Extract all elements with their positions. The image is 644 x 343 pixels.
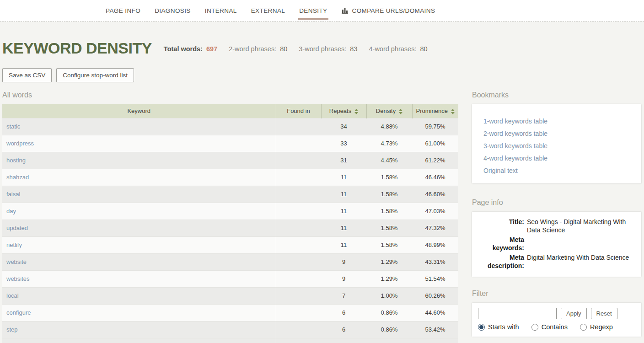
- stat-item: 3-word phrases: 83: [299, 45, 357, 53]
- keyword-link[interactable]: websites: [6, 275, 30, 282]
- keyword-link[interactable]: hosting: [6, 157, 26, 164]
- reset-button[interactable]: Reset: [591, 308, 617, 319]
- apply-button[interactable]: Apply: [561, 308, 587, 319]
- prominence-cell: 51.54%: [412, 270, 458, 287]
- found-in-cell: [276, 253, 321, 270]
- radio-label: Contains: [542, 323, 568, 331]
- save-as-csv-button[interactable]: Save as CSV: [2, 68, 52, 82]
- word-stats: Total words: 697 2-word phrases: 80 3-wo…: [164, 45, 428, 53]
- keyword-link[interactable]: shahzad: [6, 174, 29, 181]
- found-in-cell: [276, 220, 321, 236]
- keyword-density-table: Keyword Found in Repeats Density Promine…: [2, 104, 458, 338]
- density-cell: 1.58%: [366, 220, 412, 236]
- column-header-repeats[interactable]: Repeats: [321, 104, 366, 118]
- tab-external[interactable]: EXTERNAL: [251, 5, 285, 16]
- radio-icon[interactable]: [478, 324, 485, 331]
- page-title: KEYWORD DENSITY: [2, 39, 152, 57]
- keyword-link[interactable]: step: [6, 326, 18, 333]
- column-header-density[interactable]: Density: [366, 104, 412, 118]
- repeats-cell: 7: [321, 287, 366, 304]
- density-cell: 0.86%: [366, 321, 412, 338]
- table-row: shahzad 11 1.58% 46.46%: [2, 169, 458, 186]
- stat-value: 80: [420, 45, 428, 53]
- page-info-value: [527, 236, 634, 252]
- top-navigation: PAGE INFO DIAGNOSIS INTERNAL EXTERNAL DE…: [0, 0, 644, 21]
- keyword-link[interactable]: wordpress: [6, 140, 34, 147]
- repeats-cell: 31: [321, 152, 366, 169]
- prominence-cell: 43.31%: [412, 253, 458, 270]
- column-header-keyword: Keyword: [2, 104, 276, 118]
- page-info-label: Title:: [478, 218, 524, 234]
- table-row: faisal 11 1.58% 46.60%: [2, 186, 458, 203]
- tab-density[interactable]: DENSITY: [299, 5, 327, 16]
- prominence-cell: 44.60%: [412, 304, 458, 321]
- bookmark-link[interactable]: 4-word keywords table: [483, 152, 632, 165]
- density-cell: 1.29%: [366, 253, 412, 270]
- keyword-table-section: All words Keyword Found in Repeats Densi…: [0, 91, 458, 343]
- prominence-cell: 47.03%: [412, 203, 458, 220]
- column-header-prominence-label: Prominence: [416, 107, 448, 114]
- keyword-cell: hosting: [2, 152, 276, 169]
- repeats-cell: 11: [321, 186, 366, 203]
- keyword-cell: static: [2, 118, 276, 135]
- stat-label: Total words:: [164, 45, 203, 53]
- radio-icon[interactable]: [580, 324, 587, 331]
- column-header-found-in: Found in: [276, 104, 321, 118]
- tab-page-info[interactable]: PAGE INFO: [106, 5, 140, 16]
- bookmarks-heading: Bookmarks: [472, 91, 641, 99]
- table-row: websites 9 1.29% 51.54%: [2, 270, 458, 287]
- tab-diagnosis[interactable]: DIAGNOSIS: [155, 5, 191, 16]
- table-row: wordpress 33 4.73% 61.00%: [2, 135, 458, 152]
- filter-card: Apply Reset Starts with Contains: [472, 303, 641, 337]
- radio-icon[interactable]: [531, 324, 538, 331]
- filter-input[interactable]: [478, 308, 557, 319]
- keyword-link[interactable]: configure: [6, 309, 31, 316]
- keyword-cell: local: [2, 287, 276, 304]
- stat-label: 3-word phrases:: [299, 45, 346, 53]
- tab-compare-urls-domains[interactable]: COMPARE URLS/DOMAINS: [342, 5, 435, 16]
- found-in-cell: [276, 270, 321, 287]
- keyword-link[interactable]: day: [6, 208, 16, 214]
- stat-label: 4-word phrases:: [369, 45, 417, 53]
- sort-icon[interactable]: [451, 109, 455, 114]
- keyword-link[interactable]: faisal: [6, 191, 20, 198]
- filter-mode-radio[interactable]: Regexp: [580, 323, 613, 331]
- keyword-link[interactable]: updated: [6, 225, 28, 231]
- column-header-repeats-label: Repeats: [329, 107, 351, 114]
- prominence-cell: 46.46%: [412, 169, 458, 186]
- filter-mode-radio[interactable]: Contains: [531, 323, 568, 331]
- prominence-cell: 46.60%: [412, 186, 458, 203]
- sort-icon[interactable]: [354, 109, 358, 114]
- found-in-cell: [276, 304, 321, 321]
- table-row: step 6 0.86% 53.42%: [2, 321, 458, 338]
- bookmark-link[interactable]: 3-word keywords table: [483, 140, 632, 152]
- column-header-prominence[interactable]: Prominence: [412, 104, 458, 118]
- found-in-cell: [276, 118, 321, 135]
- bookmark-link[interactable]: 2-word keywords table: [483, 128, 632, 140]
- radio-label: Regexp: [590, 323, 613, 331]
- bookmarks-card: 1-word keywords table 2-word keywords ta…: [472, 104, 641, 183]
- found-in-cell: [276, 203, 321, 220]
- stat-value: 83: [350, 45, 357, 53]
- table-row: local 7 1.00% 60.26%: [2, 287, 458, 304]
- all-words-heading: All words: [2, 91, 458, 99]
- keyword-link[interactable]: netlify: [6, 241, 22, 248]
- configure-stop-word-list-button[interactable]: Configure stop-word list: [56, 68, 134, 82]
- bookmark-link[interactable]: 1-word keywords table: [483, 115, 632, 128]
- filter-mode-radio[interactable]: Starts with: [478, 323, 519, 331]
- table-row: netlify 11 1.58% 48.99%: [2, 236, 458, 253]
- density-cell: 4.45%: [366, 152, 412, 169]
- keyword-link[interactable]: local: [6, 292, 19, 299]
- repeats-cell: 9: [321, 270, 366, 287]
- found-in-cell: [276, 135, 321, 152]
- page-info-heading: Page info: [472, 198, 641, 207]
- keyword-link[interactable]: website: [6, 258, 27, 265]
- prominence-cell: 61.00%: [412, 135, 458, 152]
- tab-internal[interactable]: INTERNAL: [205, 5, 237, 16]
- keyword-cell: websites: [2, 270, 276, 287]
- page-info-label: Meta keywords:: [478, 236, 524, 252]
- sort-icon[interactable]: [399, 109, 402, 114]
- bookmark-link[interactable]: Original text: [483, 165, 632, 177]
- keyword-link[interactable]: static: [6, 123, 20, 130]
- prominence-cell: 47.32%: [412, 220, 458, 236]
